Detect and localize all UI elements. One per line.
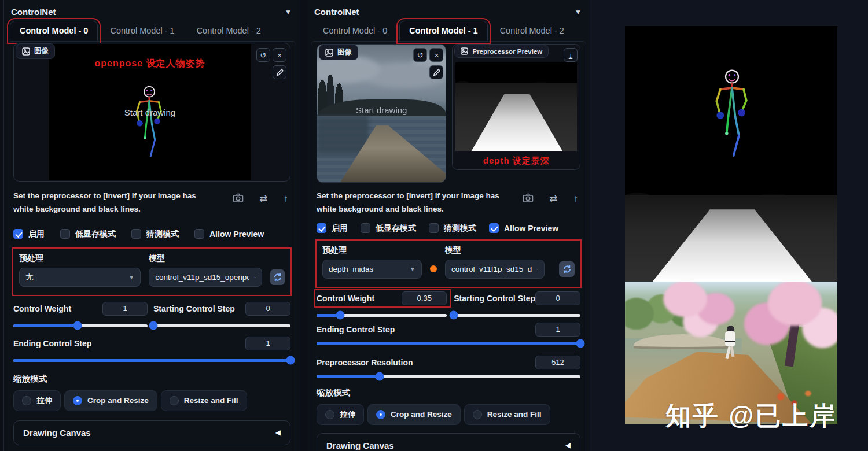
collapse-icon[interactable]: ▼ [575, 8, 582, 16]
slider-thumb[interactable] [73, 321, 82, 330]
control-weight-value[interactable]: 1 [102, 302, 148, 316]
resize-mode-group: 拉伸 Crop and Resize Resize and Fill [13, 390, 290, 411]
enable-checkbox[interactable]: 启用 [317, 223, 348, 234]
preprocessor-dropdown[interactable]: 无 ▼ [19, 268, 141, 287]
zhihu-watermark: 知乎 @已上岸 [665, 399, 837, 433]
option-checkboxes: 启用 低显存模式 猜测模式 Allow Preview [317, 223, 580, 234]
control-weight-slider[interactable] [317, 314, 447, 317]
slider-thumb[interactable] [149, 321, 158, 330]
slider-thumb[interactable] [286, 356, 295, 365]
resize-option-crop[interactable]: Crop and Resize [64, 390, 157, 411]
picture-icon [325, 49, 333, 57]
start-drawing-overlay: Start drawing [317, 105, 446, 115]
checkbox-box [131, 229, 141, 239]
control-model-tabs: Control Model - 0 Control Model - 1 Cont… [4, 19, 300, 41]
close-button[interactable]: × [429, 48, 443, 62]
tab-control-model-0[interactable]: Control Model - 0 [10, 21, 98, 41]
preprocessor-dropdown[interactable]: depth_midas ▼ [322, 260, 422, 279]
control-weight-value[interactable]: 0.35 [402, 291, 447, 305]
refresh-icon [273, 272, 282, 282]
slider-thumb[interactable] [336, 311, 344, 320]
run-preprocessor-spark-icon[interactable] [428, 263, 439, 275]
model-dropdown[interactable]: control_v11f1p_sd15_d · [445, 260, 545, 279]
pose-canvas[interactable]: openpose 设定人物姿势 Start drawing [49, 44, 251, 180]
edit-pencil-button[interactable] [273, 65, 286, 79]
radio-dot [73, 396, 82, 405]
preprocessor-label: 预处理 [322, 245, 422, 256]
model-dropdown[interactable]: control_v11p_sd15_openpo · [149, 268, 262, 287]
swap-icon[interactable]: ⇄ [549, 194, 557, 204]
refresh-models-button[interactable] [559, 261, 575, 277]
preprocessor-preview-chip[interactable]: Preprocessor Preview [454, 45, 549, 58]
accordion-collapse-icon: ◀ [565, 441, 571, 449]
preprocessor-resolution-slider[interactable] [317, 375, 580, 378]
download-preview-button[interactable]: ↓ [564, 48, 578, 62]
edit-pencil-button[interactable] [429, 65, 443, 79]
lowvram-checkbox[interactable]: 低显存模式 [60, 229, 116, 239]
resize-mode-label: 缩放模式 [317, 387, 580, 398]
resize-mode-group: 拉伸 Crop and Resize Resize and Fill [317, 404, 580, 425]
refresh-models-button[interactable] [270, 269, 285, 285]
depth-result-image[interactable] [625, 169, 837, 282]
swap-icon[interactable]: ⇄ [259, 194, 267, 204]
tab-control-model-2[interactable]: Control Model - 2 [187, 21, 271, 41]
model-label: 模型 [445, 245, 545, 256]
lowvram-checkbox[interactable]: 低显存模式 [361, 223, 416, 234]
pencil-icon [432, 68, 441, 77]
collapse-icon[interactable]: ▼ [285, 8, 292, 16]
resize-mode-label: 缩放模式 [13, 374, 290, 385]
starting-step-value[interactable]: 0 [245, 302, 290, 316]
depth-annotation-text: depth 设定景深 [453, 156, 580, 167]
allow-preview-checkbox[interactable]: Allow Preview [194, 229, 264, 239]
panel-title: ControlNet [11, 7, 56, 17]
slider-thumb[interactable] [376, 372, 384, 381]
resize-option-crop[interactable]: Crop and Resize [367, 404, 461, 425]
openpose-annotation-text: openpose 设定人物姿势 [49, 58, 251, 70]
control-model-tabs: Control Model - 0 Control Model - 1 Cont… [307, 19, 590, 41]
allow-preview-checkbox[interactable]: Allow Preview [489, 223, 558, 233]
guess-mode-checkbox[interactable]: 猜测模式 [131, 229, 179, 239]
resize-option-stretch[interactable]: 拉伸 [317, 404, 364, 425]
drawing-canvas-accordion[interactable]: Drawing Canvas ◀ [13, 420, 290, 445]
ending-step-slider[interactable] [317, 342, 580, 345]
image-tab-chip[interactable]: 图像 [16, 43, 55, 59]
resize-option-fill[interactable]: Resize and Fill [464, 404, 550, 425]
webcam-icon[interactable] [523, 193, 534, 204]
guess-mode-checkbox[interactable]: 猜测模式 [429, 223, 476, 234]
undo-button[interactable]: ↺ [413, 48, 427, 62]
tab-control-model-1[interactable]: Control Model - 1 [399, 21, 487, 41]
close-button[interactable]: × [273, 48, 286, 62]
radio-dot [473, 410, 482, 419]
control-weight-annotation-box: Control Weight 0.35 [315, 290, 450, 306]
webcam-icon[interactable] [233, 193, 244, 204]
ending-step-slider[interactable] [13, 359, 290, 362]
starting-step-value[interactable]: 0 [535, 291, 580, 305]
input-image-box[interactable]: Start drawing 图像 ↺ × [317, 44, 446, 183]
send-dimensions-icon[interactable]: ↑ [284, 194, 289, 204]
tab-control-model-1[interactable]: Control Model - 1 [100, 21, 184, 41]
ending-step-value[interactable]: 1 [245, 337, 290, 350]
depth-preview-image [455, 62, 577, 151]
slider-thumb[interactable] [576, 339, 585, 348]
undo-button[interactable]: ↺ [256, 48, 270, 62]
send-dimensions-icon[interactable]: ↑ [573, 194, 579, 204]
resize-option-stretch[interactable]: 拉伸 [13, 390, 61, 411]
openpose-result-image[interactable] [625, 26, 837, 169]
control-weight-slider[interactable] [13, 324, 148, 327]
preprocessor-preview-box: Preprocessor Preview ↓ depth 设定景深 [452, 44, 580, 170]
tab-control-model-0[interactable]: Control Model - 0 [313, 21, 397, 41]
preprocessor-resolution-value[interactable]: 512 [535, 356, 580, 369]
model-label: 模型 [149, 253, 262, 264]
starting-step-slider[interactable] [153, 324, 290, 327]
radio-dot [376, 410, 385, 419]
ending-step-value[interactable]: 1 [535, 323, 580, 337]
enable-checkbox[interactable]: 启用 [13, 229, 45, 239]
drawing-canvas-accordion[interactable]: Drawing Canvas ◀ [317, 433, 580, 451]
lake-dock-photo: Start drawing [317, 45, 446, 182]
tab-control-model-2[interactable]: Control Model - 2 [490, 21, 574, 41]
resize-option-fill[interactable]: Resize and Fill [161, 390, 247, 411]
slider-thumb[interactable] [450, 311, 458, 320]
image-tab-chip[interactable]: 图像 [319, 45, 358, 60]
chevron-down-icon: · [249, 274, 256, 280]
starting-step-slider[interactable] [454, 314, 580, 317]
